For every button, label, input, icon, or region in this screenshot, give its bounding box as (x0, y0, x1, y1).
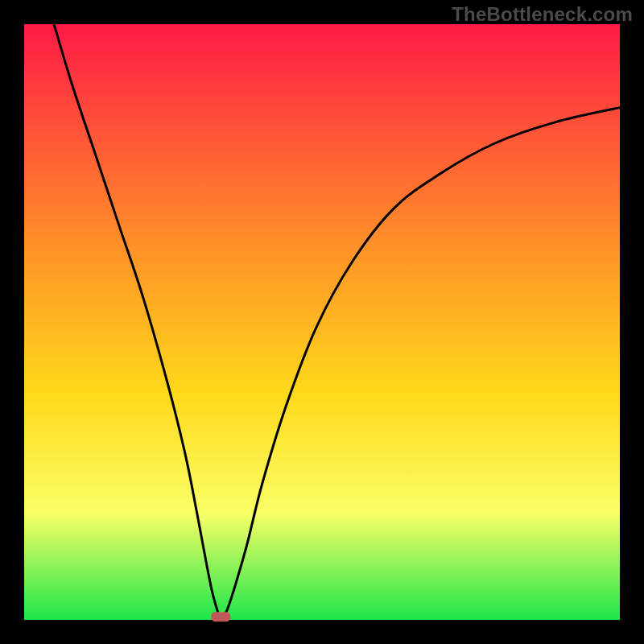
gradient-background (24, 24, 620, 620)
bottleneck-chart (0, 0, 644, 644)
chart-container: { "watermark": "TheBottleneck.com", "col… (0, 0, 644, 644)
minimum-marker (211, 612, 230, 621)
